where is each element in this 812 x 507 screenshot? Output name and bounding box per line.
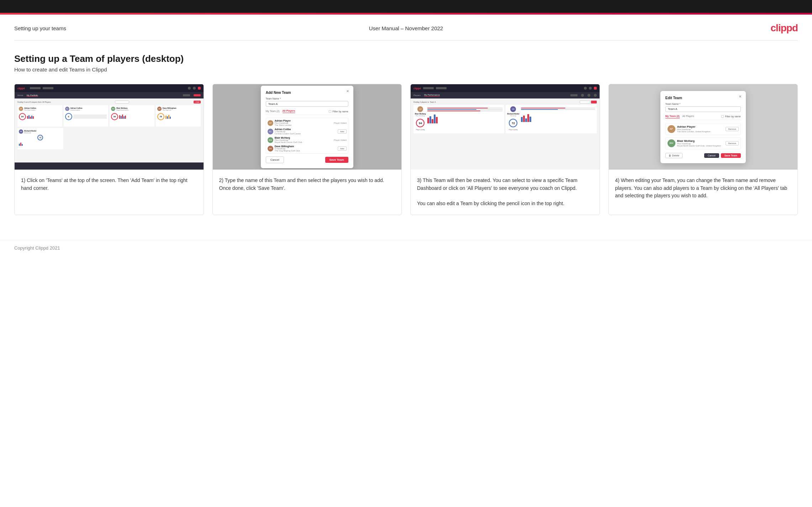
- footer: Copyright Clippd 2021: [0, 240, 812, 256]
- player-4-avatar: DB: [268, 146, 273, 151]
- modal-edit-cancel-button[interactable]: Cancel: [704, 153, 719, 158]
- modal-add-player-row-3: BM Blair McHarg Plus Handicap Royal Nort…: [268, 137, 347, 143]
- header-left-label: Setting up your teams: [14, 25, 66, 31]
- cards-grid: clippd Home My Portfolio: [14, 84, 798, 215]
- card-4-screenshot: Edit Team ✕ Team Name * Team A My Team (…: [609, 84, 798, 170]
- modal-add-tab-myteam[interactable]: My Team (2): [266, 110, 280, 113]
- logo-area: clippd: [771, 22, 798, 34]
- edit-team-modal: Edit Team ✕ Team Name * Team A My Team (…: [660, 91, 746, 163]
- player-1-status: Player Added: [334, 122, 347, 124]
- modal-add-footer: Cancel Save Team: [266, 156, 348, 163]
- player-1-avatar: AP: [268, 120, 273, 126]
- modal-edit-delete-button[interactable]: 🗑 Delete: [665, 153, 682, 158]
- ss1-topbar: clippd: [15, 84, 204, 92]
- player-3-status: Player Added: [334, 139, 347, 141]
- modal-edit-tab-myteam[interactable]: My Team (2): [665, 115, 680, 118]
- card-4: Edit Team ✕ Team Name * Team A My Team (…: [608, 84, 798, 215]
- modal-edit-name-input[interactable]: Team A: [665, 106, 741, 112]
- modal-edit-title: Edit Team: [665, 96, 741, 100]
- card-3-text: 3) This Team will then be created. You c…: [411, 170, 600, 215]
- modal-add-tab-allplayers[interactable]: All Players: [283, 110, 295, 113]
- edit-player-1-remove-button[interactable]: Remove: [726, 127, 738, 131]
- card-1-text: 1) Click on 'Teams' at the top of the sc…: [15, 170, 204, 215]
- modal-add-player-row-4: DB Dave Billingham 5 Handicap The Oxg Ma…: [268, 145, 347, 152]
- modal-edit-name-label: Team Name *: [665, 103, 741, 105]
- card-3: clippd Players My Performance: [410, 84, 600, 215]
- modal-add-name-label: Team Name *: [266, 97, 348, 100]
- top-bar: [0, 0, 812, 13]
- edit-player-1-avatar: AP: [668, 125, 675, 133]
- page-title: Setting up a Team of players (desktop): [14, 53, 798, 64]
- copyright-text: Copyright Clippd 2021: [14, 245, 60, 251]
- player-3-avatar: BM: [268, 137, 273, 143]
- modal-add-close-icon[interactable]: ✕: [346, 89, 349, 93]
- modal-add-player-list: AP Adrian Player Plus Handicap The Shire…: [266, 118, 348, 154]
- page-subtitle: How to create and edit Teams in Clippd: [14, 66, 798, 73]
- modal-add-cancel-button[interactable]: Cancel: [266, 156, 284, 163]
- edit-player-2-avatar: BM: [668, 139, 675, 147]
- modal-edit-save-button[interactable]: Save Team: [721, 153, 741, 158]
- modal-edit-player-row-1: AP Adrian Player Plus Handicap The Shire…: [665, 123, 741, 135]
- card-4-text: 4) When editing your Team, you can chang…: [609, 170, 798, 215]
- add-team-modal: Add New Team ✕ Team Name * Team A My Tea…: [261, 86, 353, 168]
- modal-add-player-row-2: AC Adrian Coliba 1 Handicap Central Lond…: [268, 128, 347, 135]
- modal-add-name-input[interactable]: Team A: [266, 101, 348, 107]
- trash-icon: 🗑: [669, 154, 671, 157]
- card-3-screenshot: clippd Players My Performance: [411, 84, 600, 170]
- main-content: Setting up a Team of players (desktop) H…: [0, 41, 812, 240]
- modal-edit-tabs: My Team (2) All Players Filter by name: [665, 115, 741, 120]
- modal-add-title: Add New Team: [266, 91, 348, 95]
- edit-player-2-remove-button[interactable]: Remove: [726, 141, 738, 145]
- header-center-label: User Manual – November 2022: [369, 25, 443, 31]
- card-2-screenshot: Add New Team ✕ Team Name * Team A My Tea…: [213, 84, 402, 170]
- modal-edit-player-row-2: BM Blair McHarg Plus Handicap Royal Nort…: [665, 137, 741, 149]
- modal-edit-tab-allplayers[interactable]: All Players: [682, 115, 694, 118]
- modal-add-save-button[interactable]: Save Team: [325, 157, 348, 163]
- modal-add-tabs: My Team (2) All Players Filter by name: [266, 110, 348, 115]
- card-1: clippd Home My Portfolio: [14, 84, 204, 215]
- card-1-screenshot: clippd Home My Portfolio: [15, 84, 204, 170]
- player-2-add-button[interactable]: Add: [338, 129, 347, 134]
- clippd-logo: clippd: [771, 22, 798, 33]
- modal-edit-close-icon[interactable]: ✕: [739, 95, 742, 98]
- modal-edit-footer: 🗑 Delete Cancel Save Team: [665, 153, 741, 158]
- modal-add-player-row-1: AP Adrian Player Plus Handicap The Shire…: [268, 119, 347, 126]
- card-2-text: 2) Type the name of this Team and then s…: [213, 170, 402, 215]
- player-2-avatar: AC: [268, 129, 273, 134]
- modal-add-filter-label: Filter by name: [332, 110, 348, 113]
- modal-edit-filter-label: Filter by name: [725, 115, 740, 118]
- card-2: Add New Team ✕ Team Name * Team A My Tea…: [212, 84, 402, 215]
- modal-edit-player-list: AP Adrian Player Plus Handicap The Shire…: [665, 123, 741, 149]
- header: Setting up your teams User Manual – Nove…: [0, 15, 812, 40]
- player-4-add-button[interactable]: Add: [338, 146, 347, 151]
